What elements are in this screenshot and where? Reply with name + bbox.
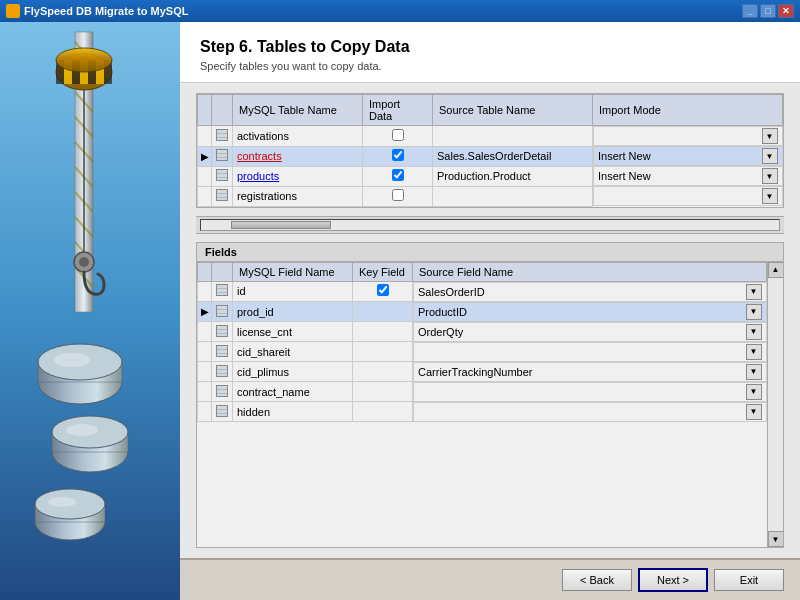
svg-point-20 (56, 48, 112, 72)
import-mode-cell[interactable]: ▼ (593, 186, 783, 206)
source-field-dropdown[interactable]: ▼ (746, 364, 762, 380)
row-arrow (198, 382, 212, 402)
field-row[interactable]: cid_plimusCarrierTrackingNumber▼ (198, 362, 767, 382)
row-arrow (198, 166, 212, 186)
back-button[interactable]: < Back (562, 569, 632, 591)
source-field-dropdown[interactable]: ▼ (746, 324, 762, 340)
table-row[interactable]: ▶contractsSales.SalesOrderDetailInsert N… (198, 146, 783, 166)
source-field-cell[interactable]: ▼ (413, 402, 767, 422)
row-icon (212, 166, 233, 186)
source-field-dropdown[interactable]: ▼ (746, 304, 762, 320)
scrollbar-track[interactable] (768, 278, 783, 532)
titlebar-controls: _ □ ✕ (742, 4, 794, 18)
key-field-cell[interactable] (353, 281, 413, 302)
fields-section: Fields MySQL Field Name Key Field Source… (196, 242, 784, 549)
row-arrow (198, 322, 212, 342)
table-row[interactable]: registrations▼ (198, 186, 783, 206)
exit-button[interactable]: Exit (714, 569, 784, 591)
source-field-dropdown[interactable]: ▼ (746, 344, 762, 360)
fields-table: MySQL Field Name Key Field Source Field … (197, 262, 767, 423)
source-name-cell: Production.Product (433, 166, 593, 186)
field-name-cell: cid_plimus (233, 362, 353, 382)
col-header-field-mysql: MySQL Field Name (233, 262, 353, 281)
field-row[interactable]: contract_name▼ (198, 382, 767, 402)
source-field-cell[interactable]: OrderQty▼ (413, 322, 767, 342)
field-row[interactable]: idSalesOrderID▼ (198, 281, 767, 302)
fields-table-wrapper[interactable]: MySQL Field Name Key Field Source Field … (197, 262, 767, 548)
row-arrow: ▶ (198, 146, 212, 166)
table-row[interactable]: productsProduction.ProductInsert New▼ (198, 166, 783, 186)
table-name-cell[interactable]: activations (233, 126, 363, 147)
key-field-cell[interactable] (353, 322, 413, 342)
import-mode-dropdown[interactable]: ▼ (762, 168, 778, 184)
table-row[interactable]: activations▼ (198, 126, 783, 147)
row-icon (212, 322, 233, 342)
main-layout: Step 6. Tables to Copy Data Specify tabl… (0, 22, 800, 600)
col-header-mysql-name: MySQL Table Name (233, 95, 363, 126)
key-field-cell[interactable] (353, 362, 413, 382)
content-body: MySQL Table Name Import Data Source Tabl… (180, 83, 800, 558)
import-data-cell[interactable] (363, 146, 433, 166)
tables-table: MySQL Table Name Import Data Source Tabl… (197, 94, 783, 207)
source-field-dropdown[interactable]: ▼ (746, 384, 762, 400)
field-row[interactable]: cid_shareit▼ (198, 342, 767, 362)
step-subtitle: Specify tables you want to copy data. (200, 60, 780, 72)
row-icon (212, 126, 233, 147)
horiz-scrollbar[interactable] (196, 216, 784, 234)
next-button[interactable]: Next > (638, 568, 708, 592)
source-field-cell[interactable]: ProductID▼ (413, 302, 767, 322)
import-mode-cell[interactable]: Insert New▼ (593, 166, 783, 186)
row-arrow (198, 342, 212, 362)
field-name-cell: contract_name (233, 382, 353, 402)
row-icon (212, 281, 233, 302)
row-arrow (198, 281, 212, 302)
field-name-cell: cid_shareit (233, 342, 353, 362)
row-arrow (198, 402, 212, 422)
row-arrow (198, 186, 212, 206)
import-data-cell[interactable] (363, 166, 433, 186)
import-data-cell[interactable] (363, 186, 433, 206)
footer: < Back Next > Exit (180, 558, 800, 600)
source-field-cell[interactable]: ▼ (413, 382, 767, 402)
import-mode-cell[interactable]: ▼ (593, 126, 783, 146)
import-mode-dropdown[interactable]: ▼ (762, 148, 778, 164)
source-field-dropdown[interactable]: ▼ (746, 404, 762, 420)
row-icon (212, 362, 233, 382)
table-name-cell[interactable]: products (233, 166, 363, 186)
fields-body: MySQL Field Name Key Field Source Field … (197, 262, 783, 548)
row-icon (212, 382, 233, 402)
source-field-dropdown[interactable]: ▼ (746, 284, 762, 300)
field-name-cell: license_cnt (233, 322, 353, 342)
table-name-cell[interactable]: registrations (233, 186, 363, 206)
source-name-cell (433, 186, 593, 206)
import-mode-dropdown[interactable]: ▼ (762, 128, 778, 144)
source-field-cell[interactable]: CarrierTrackingNumber▼ (413, 362, 767, 382)
row-icon (212, 186, 233, 206)
titlebar-title: FlySpeed DB Migrate to MySQL (24, 5, 188, 17)
import-mode-dropdown[interactable]: ▼ (762, 188, 778, 204)
key-field-cell[interactable] (353, 342, 413, 362)
key-field-cell[interactable] (353, 302, 413, 322)
row-icon (212, 402, 233, 422)
key-field-cell[interactable] (353, 382, 413, 402)
scrollbar-up-button[interactable]: ▲ (768, 262, 784, 278)
source-field-cell[interactable]: SalesOrderID▼ (413, 282, 767, 302)
col-header-source-name: Source Table Name (433, 95, 593, 126)
svg-point-27 (54, 353, 90, 367)
key-field-cell[interactable] (353, 402, 413, 422)
maximize-button[interactable]: □ (760, 4, 776, 18)
scrollbar-down-button[interactable]: ▼ (768, 531, 784, 547)
close-button[interactable]: ✕ (778, 4, 794, 18)
minimize-button[interactable]: _ (742, 4, 758, 18)
fields-scrollbar[interactable]: ▲ ▼ (767, 262, 783, 548)
field-name-cell: hidden (233, 402, 353, 422)
field-row[interactable]: ▶prod_idProductID▼ (198, 302, 767, 322)
table-name-cell[interactable]: contracts (233, 146, 363, 166)
source-field-cell[interactable]: ▼ (413, 342, 767, 362)
row-arrow: ▶ (198, 302, 212, 322)
import-mode-cell[interactable]: Insert New▼ (593, 146, 783, 166)
import-data-cell[interactable] (363, 126, 433, 147)
row-arrow (198, 126, 212, 147)
field-row[interactable]: hidden▼ (198, 402, 767, 422)
field-row[interactable]: license_cntOrderQty▼ (198, 322, 767, 342)
